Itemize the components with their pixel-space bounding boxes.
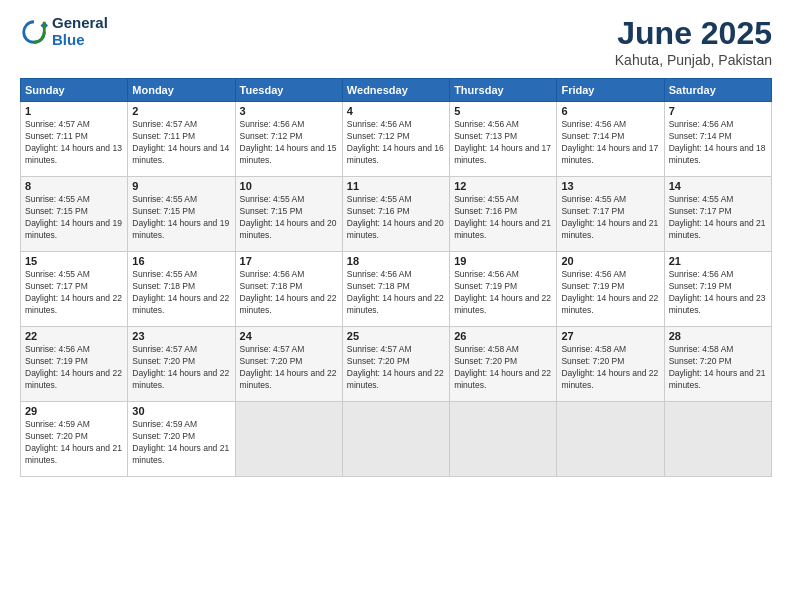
table-row: 26 Sunrise: 4:58 AM Sunset: 7:20 PM Dayl… [450, 327, 557, 402]
logo-icon [20, 18, 48, 46]
sunset-label: Sunset: 7:15 PM [240, 206, 303, 216]
sunset-label: Sunset: 7:18 PM [347, 281, 410, 291]
day-info: Sunrise: 4:59 AM Sunset: 7:20 PM Dayligh… [132, 419, 230, 467]
calendar-table: Sunday Monday Tuesday Wednesday Thursday… [20, 78, 772, 477]
daylight-label: Daylight: 14 hours and 13 minutes. [25, 143, 122, 165]
table-row: 7 Sunrise: 4:56 AM Sunset: 7:14 PM Dayli… [664, 102, 771, 177]
table-row: 17 Sunrise: 4:56 AM Sunset: 7:18 PM Dayl… [235, 252, 342, 327]
day-info: Sunrise: 4:55 AM Sunset: 7:16 PM Dayligh… [347, 194, 445, 242]
day-info: Sunrise: 4:55 AM Sunset: 7:18 PM Dayligh… [132, 269, 230, 317]
daylight-label: Daylight: 14 hours and 19 minutes. [132, 218, 229, 240]
day-number: 3 [240, 105, 338, 117]
day-info: Sunrise: 4:58 AM Sunset: 7:20 PM Dayligh… [669, 344, 767, 392]
sunrise-label: Sunrise: 4:58 AM [669, 344, 734, 354]
daylight-label: Daylight: 14 hours and 14 minutes. [132, 143, 229, 165]
table-row [557, 402, 664, 477]
page: General Blue June 2025 Kahuta, Punjab, P… [0, 0, 792, 612]
day-number: 7 [669, 105, 767, 117]
sunrise-label: Sunrise: 4:55 AM [132, 269, 197, 279]
table-row: 28 Sunrise: 4:58 AM Sunset: 7:20 PM Dayl… [664, 327, 771, 402]
daylight-label: Daylight: 14 hours and 21 minutes. [25, 443, 122, 465]
col-saturday: Saturday [664, 79, 771, 102]
table-row: 4 Sunrise: 4:56 AM Sunset: 7:12 PM Dayli… [342, 102, 449, 177]
day-info: Sunrise: 4:57 AM Sunset: 7:20 PM Dayligh… [240, 344, 338, 392]
sunset-label: Sunset: 7:19 PM [25, 356, 88, 366]
sunset-label: Sunset: 7:20 PM [347, 356, 410, 366]
sunset-label: Sunset: 7:15 PM [132, 206, 195, 216]
col-thursday: Thursday [450, 79, 557, 102]
calendar-week-row: 8 Sunrise: 4:55 AM Sunset: 7:15 PM Dayli… [21, 177, 772, 252]
sunrise-label: Sunrise: 4:57 AM [25, 119, 90, 129]
daylight-label: Daylight: 14 hours and 21 minutes. [669, 368, 766, 390]
sunrise-label: Sunrise: 4:56 AM [347, 119, 412, 129]
sunrise-label: Sunrise: 4:56 AM [25, 344, 90, 354]
table-row: 18 Sunrise: 4:56 AM Sunset: 7:18 PM Dayl… [342, 252, 449, 327]
day-info: Sunrise: 4:58 AM Sunset: 7:20 PM Dayligh… [561, 344, 659, 392]
sunset-label: Sunset: 7:20 PM [132, 356, 195, 366]
table-row [664, 402, 771, 477]
table-row: 2 Sunrise: 4:57 AM Sunset: 7:11 PM Dayli… [128, 102, 235, 177]
day-number: 8 [25, 180, 123, 192]
daylight-label: Daylight: 14 hours and 21 minutes. [561, 218, 658, 240]
day-info: Sunrise: 4:56 AM Sunset: 7:19 PM Dayligh… [561, 269, 659, 317]
sunset-label: Sunset: 7:16 PM [454, 206, 517, 216]
logo-text: General Blue [52, 15, 108, 48]
day-number: 20 [561, 255, 659, 267]
calendar-week-row: 29 Sunrise: 4:59 AM Sunset: 7:20 PM Dayl… [21, 402, 772, 477]
sunrise-label: Sunrise: 4:57 AM [132, 344, 197, 354]
daylight-label: Daylight: 14 hours and 22 minutes. [132, 293, 229, 315]
day-number: 27 [561, 330, 659, 342]
sunset-label: Sunset: 7:19 PM [669, 281, 732, 291]
day-info: Sunrise: 4:55 AM Sunset: 7:15 PM Dayligh… [25, 194, 123, 242]
sunset-label: Sunset: 7:18 PM [240, 281, 303, 291]
day-info: Sunrise: 4:56 AM Sunset: 7:19 PM Dayligh… [25, 344, 123, 392]
sunrise-label: Sunrise: 4:58 AM [454, 344, 519, 354]
col-tuesday: Tuesday [235, 79, 342, 102]
sunset-label: Sunset: 7:11 PM [25, 131, 88, 141]
sunset-label: Sunset: 7:12 PM [347, 131, 410, 141]
sunrise-label: Sunrise: 4:56 AM [669, 119, 734, 129]
sunrise-label: Sunrise: 4:59 AM [25, 419, 90, 429]
sunset-label: Sunset: 7:18 PM [132, 281, 195, 291]
day-number: 23 [132, 330, 230, 342]
table-row: 30 Sunrise: 4:59 AM Sunset: 7:20 PM Dayl… [128, 402, 235, 477]
day-number: 11 [347, 180, 445, 192]
calendar-header-row: Sunday Monday Tuesday Wednesday Thursday… [21, 79, 772, 102]
sunset-label: Sunset: 7:14 PM [561, 131, 624, 141]
day-info: Sunrise: 4:56 AM Sunset: 7:18 PM Dayligh… [347, 269, 445, 317]
table-row: 5 Sunrise: 4:56 AM Sunset: 7:13 PM Dayli… [450, 102, 557, 177]
sunset-label: Sunset: 7:16 PM [347, 206, 410, 216]
table-row: 22 Sunrise: 4:56 AM Sunset: 7:19 PM Dayl… [21, 327, 128, 402]
daylight-label: Daylight: 14 hours and 15 minutes. [240, 143, 337, 165]
day-number: 22 [25, 330, 123, 342]
daylight-label: Daylight: 14 hours and 18 minutes. [669, 143, 766, 165]
day-info: Sunrise: 4:58 AM Sunset: 7:20 PM Dayligh… [454, 344, 552, 392]
sunrise-label: Sunrise: 4:56 AM [669, 269, 734, 279]
day-info: Sunrise: 4:55 AM Sunset: 7:17 PM Dayligh… [561, 194, 659, 242]
sunrise-label: Sunrise: 4:56 AM [454, 119, 519, 129]
daylight-label: Daylight: 14 hours and 22 minutes. [25, 293, 122, 315]
sunrise-label: Sunrise: 4:55 AM [25, 194, 90, 204]
table-row: 11 Sunrise: 4:55 AM Sunset: 7:16 PM Dayl… [342, 177, 449, 252]
day-number: 1 [25, 105, 123, 117]
sunrise-label: Sunrise: 4:58 AM [561, 344, 626, 354]
daylight-label: Daylight: 14 hours and 16 minutes. [347, 143, 444, 165]
day-info: Sunrise: 4:56 AM Sunset: 7:12 PM Dayligh… [240, 119, 338, 167]
table-row: 6 Sunrise: 4:56 AM Sunset: 7:14 PM Dayli… [557, 102, 664, 177]
day-number: 26 [454, 330, 552, 342]
sunset-label: Sunset: 7:20 PM [454, 356, 517, 366]
day-number: 4 [347, 105, 445, 117]
table-row: 10 Sunrise: 4:55 AM Sunset: 7:15 PM Dayl… [235, 177, 342, 252]
sunset-label: Sunset: 7:12 PM [240, 131, 303, 141]
daylight-label: Daylight: 14 hours and 22 minutes. [132, 368, 229, 390]
sunset-label: Sunset: 7:17 PM [25, 281, 88, 291]
day-number: 10 [240, 180, 338, 192]
day-number: 19 [454, 255, 552, 267]
sunset-label: Sunset: 7:20 PM [669, 356, 732, 366]
daylight-label: Daylight: 14 hours and 22 minutes. [561, 293, 658, 315]
sunset-label: Sunset: 7:11 PM [132, 131, 195, 141]
sunset-label: Sunset: 7:17 PM [669, 206, 732, 216]
logo: General Blue [20, 15, 108, 48]
sunrise-label: Sunrise: 4:57 AM [240, 344, 305, 354]
day-info: Sunrise: 4:55 AM Sunset: 7:17 PM Dayligh… [669, 194, 767, 242]
